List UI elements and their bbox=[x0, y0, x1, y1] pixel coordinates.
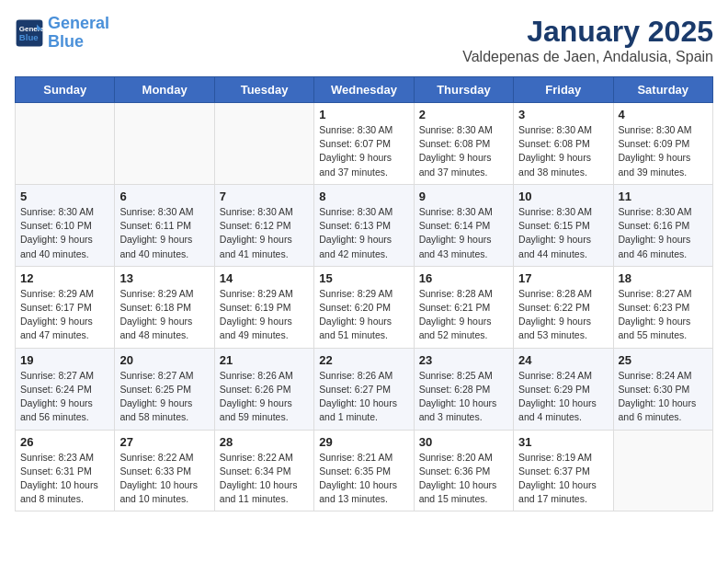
day-info: Sunrise: 8:27 AM Sunset: 6:25 PM Dayligh… bbox=[119, 369, 209, 425]
day-info: Sunrise: 8:30 AM Sunset: 6:09 PM Dayligh… bbox=[619, 123, 708, 179]
header-saturday: Saturday bbox=[613, 77, 712, 103]
subtitle: Valdepenas de Jaen, Andalusia, Spain bbox=[462, 49, 713, 65]
day-number: 21 bbox=[220, 353, 309, 367]
week-row-3: 12Sunrise: 8:29 AM Sunset: 6:17 PM Dayli… bbox=[16, 266, 713, 348]
day-number: 3 bbox=[518, 108, 608, 121]
calendar-cell: 19Sunrise: 8:27 AM Sunset: 6:24 PM Dayli… bbox=[16, 348, 115, 430]
header: General Blue General Blue January 2025 V… bbox=[15, 15, 713, 65]
day-info: Sunrise: 8:23 AM Sunset: 6:31 PM Dayligh… bbox=[20, 451, 109, 507]
day-number: 7 bbox=[220, 190, 309, 203]
day-info: Sunrise: 8:29 AM Sunset: 6:17 PM Dayligh… bbox=[20, 287, 109, 343]
day-number: 13 bbox=[119, 271, 209, 285]
calendar-header-row: SundayMondayTuesdayWednesdayThursdayFrid… bbox=[16, 77, 713, 103]
day-info: Sunrise: 8:29 AM Sunset: 6:19 PM Dayligh… bbox=[220, 287, 309, 343]
calendar-cell: 5Sunrise: 8:30 AM Sunset: 6:10 PM Daylig… bbox=[16, 184, 115, 266]
calendar-cell: 4Sunrise: 8:30 AM Sunset: 6:09 PM Daylig… bbox=[613, 103, 712, 185]
day-info: Sunrise: 8:30 AM Sunset: 6:07 PM Dayligh… bbox=[319, 123, 408, 179]
day-number: 26 bbox=[20, 435, 109, 449]
day-number: 15 bbox=[319, 271, 408, 285]
day-number: 30 bbox=[419, 435, 508, 449]
calendar-cell: 30Sunrise: 8:20 AM Sunset: 6:36 PM Dayli… bbox=[414, 430, 513, 511]
logo-line2: Blue bbox=[48, 32, 84, 51]
calendar-cell: 17Sunrise: 8:28 AM Sunset: 6:22 PM Dayli… bbox=[514, 266, 613, 348]
calendar-cell: 10Sunrise: 8:30 AM Sunset: 6:15 PM Dayli… bbox=[514, 184, 613, 266]
day-number: 2 bbox=[419, 108, 508, 121]
day-number: 24 bbox=[518, 353, 608, 367]
calendar-cell: 28Sunrise: 8:22 AM Sunset: 6:34 PM Dayli… bbox=[214, 430, 313, 511]
calendar-cell: 7Sunrise: 8:30 AM Sunset: 6:12 PM Daylig… bbox=[214, 184, 313, 266]
calendar-cell bbox=[214, 103, 313, 185]
calendar-cell: 21Sunrise: 8:26 AM Sunset: 6:26 PM Dayli… bbox=[214, 348, 313, 430]
day-number: 8 bbox=[319, 190, 408, 203]
day-info: Sunrise: 8:21 AM Sunset: 6:35 PM Dayligh… bbox=[319, 451, 408, 507]
day-info: Sunrise: 8:30 AM Sunset: 6:11 PM Dayligh… bbox=[119, 205, 209, 261]
day-number: 4 bbox=[619, 108, 708, 121]
day-info: Sunrise: 8:28 AM Sunset: 6:21 PM Dayligh… bbox=[419, 287, 508, 343]
calendar-table: SundayMondayTuesdayWednesdayThursdayFrid… bbox=[15, 76, 713, 511]
calendar-cell: 15Sunrise: 8:29 AM Sunset: 6:20 PM Dayli… bbox=[314, 266, 414, 348]
header-monday: Monday bbox=[115, 77, 214, 103]
header-sunday: Sunday bbox=[16, 77, 115, 103]
calendar-cell: 14Sunrise: 8:29 AM Sunset: 6:19 PM Dayli… bbox=[214, 266, 313, 348]
day-number: 17 bbox=[518, 271, 608, 285]
calendar-cell: 22Sunrise: 8:26 AM Sunset: 6:27 PM Dayli… bbox=[314, 348, 414, 430]
day-info: Sunrise: 8:25 AM Sunset: 6:28 PM Dayligh… bbox=[419, 369, 508, 425]
day-info: Sunrise: 8:30 AM Sunset: 6:08 PM Dayligh… bbox=[518, 123, 608, 179]
calendar-cell bbox=[613, 430, 712, 511]
week-row-5: 26Sunrise: 8:23 AM Sunset: 6:31 PM Dayli… bbox=[16, 430, 713, 511]
day-number: 22 bbox=[319, 353, 408, 367]
day-number: 19 bbox=[20, 353, 109, 367]
calendar-cell: 16Sunrise: 8:28 AM Sunset: 6:21 PM Dayli… bbox=[414, 266, 513, 348]
main-title: January 2025 bbox=[462, 15, 713, 49]
day-info: Sunrise: 8:26 AM Sunset: 6:26 PM Dayligh… bbox=[220, 369, 309, 425]
day-number: 12 bbox=[20, 271, 109, 285]
calendar-cell: 12Sunrise: 8:29 AM Sunset: 6:17 PM Dayli… bbox=[16, 266, 115, 348]
day-number: 9 bbox=[419, 190, 508, 203]
week-row-4: 19Sunrise: 8:27 AM Sunset: 6:24 PM Dayli… bbox=[16, 348, 713, 430]
header-tuesday: Tuesday bbox=[214, 77, 313, 103]
calendar-cell: 13Sunrise: 8:29 AM Sunset: 6:18 PM Dayli… bbox=[115, 266, 214, 348]
title-area: January 2025 Valdepenas de Jaen, Andalus… bbox=[462, 15, 713, 65]
calendar-cell: 26Sunrise: 8:23 AM Sunset: 6:31 PM Dayli… bbox=[16, 430, 115, 511]
day-info: Sunrise: 8:24 AM Sunset: 6:29 PM Dayligh… bbox=[518, 369, 608, 425]
day-number: 31 bbox=[518, 435, 608, 449]
day-number: 25 bbox=[619, 353, 708, 367]
day-info: Sunrise: 8:24 AM Sunset: 6:30 PM Dayligh… bbox=[619, 369, 708, 425]
calendar-cell: 29Sunrise: 8:21 AM Sunset: 6:35 PM Dayli… bbox=[314, 430, 414, 511]
day-number: 20 bbox=[119, 353, 209, 367]
day-number: 6 bbox=[119, 190, 209, 203]
day-info: Sunrise: 8:27 AM Sunset: 6:23 PM Dayligh… bbox=[619, 287, 708, 343]
week-row-1: 1Sunrise: 8:30 AM Sunset: 6:07 PM Daylig… bbox=[16, 103, 713, 185]
calendar-cell: 8Sunrise: 8:30 AM Sunset: 6:13 PM Daylig… bbox=[314, 184, 414, 266]
calendar-cell bbox=[115, 103, 214, 185]
logo-icon: General Blue bbox=[15, 18, 44, 48]
header-thursday: Thursday bbox=[414, 77, 513, 103]
logo-line1: General bbox=[48, 14, 109, 32]
calendar-cell: 11Sunrise: 8:30 AM Sunset: 6:16 PM Dayli… bbox=[613, 184, 712, 266]
header-wednesday: Wednesday bbox=[314, 77, 414, 103]
header-friday: Friday bbox=[514, 77, 613, 103]
calendar-cell: 31Sunrise: 8:19 AM Sunset: 6:37 PM Dayli… bbox=[514, 430, 613, 511]
svg-text:Blue: Blue bbox=[19, 32, 39, 42]
day-info: Sunrise: 8:30 AM Sunset: 6:12 PM Dayligh… bbox=[220, 205, 309, 261]
day-info: Sunrise: 8:30 AM Sunset: 6:08 PM Dayligh… bbox=[419, 123, 508, 179]
day-number: 28 bbox=[220, 435, 309, 449]
day-info: Sunrise: 8:30 AM Sunset: 6:15 PM Dayligh… bbox=[518, 205, 608, 261]
day-info: Sunrise: 8:30 AM Sunset: 6:14 PM Dayligh… bbox=[419, 205, 508, 261]
day-number: 10 bbox=[518, 190, 608, 203]
day-number: 18 bbox=[619, 271, 708, 285]
day-info: Sunrise: 8:30 AM Sunset: 6:10 PM Dayligh… bbox=[20, 205, 109, 261]
day-number: 5 bbox=[20, 190, 109, 203]
day-number: 14 bbox=[220, 271, 309, 285]
calendar-cell: 6Sunrise: 8:30 AM Sunset: 6:11 PM Daylig… bbox=[115, 184, 214, 266]
day-info: Sunrise: 8:19 AM Sunset: 6:37 PM Dayligh… bbox=[518, 451, 608, 507]
day-number: 27 bbox=[119, 435, 209, 449]
calendar-cell bbox=[16, 103, 115, 185]
day-number: 1 bbox=[319, 108, 408, 121]
day-info: Sunrise: 8:28 AM Sunset: 6:22 PM Dayligh… bbox=[518, 287, 608, 343]
day-info: Sunrise: 8:22 AM Sunset: 6:34 PM Dayligh… bbox=[220, 451, 309, 507]
calendar-cell: 27Sunrise: 8:22 AM Sunset: 6:33 PM Dayli… bbox=[115, 430, 214, 511]
day-number: 23 bbox=[419, 353, 508, 367]
calendar-cell: 9Sunrise: 8:30 AM Sunset: 6:14 PM Daylig… bbox=[414, 184, 513, 266]
week-row-2: 5Sunrise: 8:30 AM Sunset: 6:10 PM Daylig… bbox=[16, 184, 713, 266]
